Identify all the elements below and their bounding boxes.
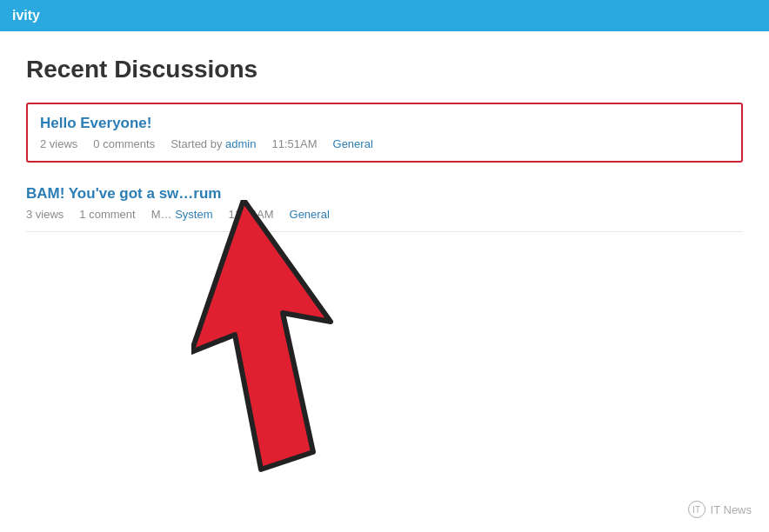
logo: ivity bbox=[12, 8, 40, 23]
discussion-title-1[interactable]: Hello Everyone! bbox=[40, 115, 729, 132]
views-2: 3 views bbox=[26, 208, 64, 221]
time-1: 11:51AM bbox=[271, 137, 317, 150]
discussion-meta-1: 2 views 0 comments Started by admin 11:5… bbox=[40, 137, 729, 150]
watermark-icon: IT bbox=[688, 501, 705, 518]
author-link-1[interactable]: admin bbox=[225, 137, 256, 150]
comments-1: 0 comments bbox=[93, 137, 155, 150]
started-by-1: Started by admin bbox=[171, 137, 256, 150]
started-by-2: M… System bbox=[151, 208, 213, 221]
discussion-item-highlighted[interactable]: Hello Everyone! 2 views 0 comments Start… bbox=[26, 103, 743, 163]
time-2: 11:44AM bbox=[228, 208, 273, 221]
top-bar: ivity bbox=[0, 0, 769, 31]
discussion-title-2[interactable]: BAM! You've got a sw…rum bbox=[26, 185, 743, 203]
category-link-2[interactable]: General bbox=[290, 208, 330, 221]
main-content: Recent Discussions Hello Everyone! 2 vie… bbox=[0, 31, 769, 249]
discussion-item-2[interactable]: BAM! You've got a sw…rum 3 views 1 comme… bbox=[26, 175, 743, 232]
watermark-label: IT News bbox=[711, 503, 752, 516]
author-link-2[interactable]: System bbox=[175, 208, 212, 221]
category-link-1[interactable]: General bbox=[333, 137, 373, 150]
discussion-meta-2: 3 views 1 comment M… System 11:44AM Gene… bbox=[26, 208, 743, 221]
views-1: 2 views bbox=[40, 137, 77, 150]
comments-2: 1 comment bbox=[79, 208, 135, 221]
watermark: IT IT News bbox=[688, 501, 752, 518]
page-title: Recent Discussions bbox=[26, 56, 743, 83]
